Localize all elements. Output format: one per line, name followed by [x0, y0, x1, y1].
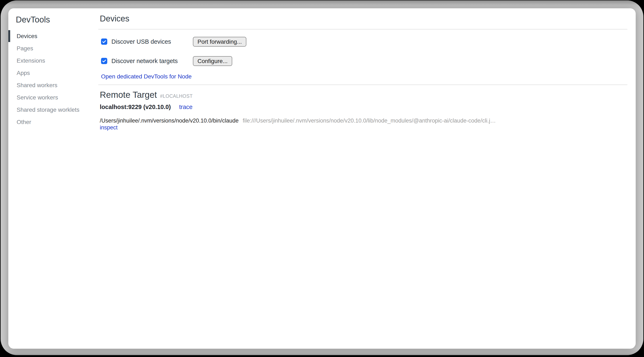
- sidebar-item-devices[interactable]: Devices: [8, 30, 92, 42]
- sidebar-item-label: Shared workers: [17, 82, 57, 89]
- sidebar-item-label: Pages: [17, 45, 33, 52]
- sidebar-item-label: Other: [17, 119, 31, 125]
- target-path-line: /Users/jinhuilee/.nvm/versions/node/v20.…: [100, 117, 496, 124]
- discover-network-checkbox[interactable]: [101, 58, 107, 64]
- module-url: file:///Users/jinhuilee/.nvm/versions/no…: [242, 118, 496, 124]
- sidebar-item-label: Extensions: [17, 58, 45, 64]
- inspect-link[interactable]: inspect: [100, 124, 118, 131]
- process-path: /Users/jinhuilee/.nvm/versions/node/v20.…: [100, 118, 239, 124]
- sidebar-item-other[interactable]: Other: [8, 116, 92, 128]
- discover-network-row: Discover network targets: [100, 56, 178, 66]
- open-node-devtools-link[interactable]: Open dedicated DevTools for Node: [101, 73, 192, 80]
- trace-link[interactable]: trace: [179, 104, 192, 111]
- sidebar-item-extensions[interactable]: Extensions: [8, 55, 92, 67]
- discover-usb-row: Discover USB devices: [100, 37, 171, 47]
- sidebar-item-service-workers[interactable]: Service workers: [8, 91, 92, 104]
- sidebar-item-apps[interactable]: Apps: [8, 67, 92, 79]
- sidebar-item-label: Apps: [17, 70, 30, 76]
- sidebar-item-label: Shared storage worklets: [17, 107, 80, 113]
- port-forwarding-button[interactable]: Port forwarding...: [193, 37, 246, 47]
- discover-network-label: Discover network targets: [112, 58, 178, 65]
- selection-indicator: [8, 30, 10, 42]
- target-row: localhost:9229 (v20.10.0) trace: [100, 104, 192, 111]
- sidebar-nav: Devices Pages Extensions Apps Shared wor…: [8, 30, 92, 128]
- sidebar-item-label: Devices: [17, 33, 38, 40]
- page-title: Devices: [100, 13, 129, 24]
- configure-button[interactable]: Configure...: [193, 56, 232, 66]
- remote-target-title: Remote Target: [100, 90, 157, 100]
- target-name: localhost:9229 (v20.10.0): [100, 104, 171, 111]
- sidebar: DevTools Devices Pages Extensions Apps S…: [8, 8, 92, 349]
- checkmark-icon: [102, 59, 107, 64]
- target-detail: /Users/jinhuilee/.nvm/versions/node/v20.…: [100, 117, 496, 131]
- sidebar-item-shared-storage-worklets[interactable]: Shared storage worklets: [8, 104, 92, 116]
- discover-usb-label: Discover USB devices: [112, 38, 171, 45]
- sidebar-item-shared-workers[interactable]: Shared workers: [8, 79, 92, 91]
- checkmark-icon: [102, 39, 107, 44]
- divider: [98, 29, 627, 30]
- remote-target-header: Remote Target #LOCALHOST: [100, 90, 193, 100]
- sidebar-item-label: Service workers: [17, 94, 58, 101]
- sidebar-item-pages[interactable]: Pages: [8, 42, 92, 55]
- discover-usb-checkbox[interactable]: [101, 39, 107, 45]
- localhost-badge: #LOCALHOST: [160, 93, 193, 99]
- divider: [98, 85, 627, 85]
- devtools-inspect-window: DevTools Devices Pages Extensions Apps S…: [8, 8, 636, 349]
- app-title: DevTools: [16, 15, 50, 25]
